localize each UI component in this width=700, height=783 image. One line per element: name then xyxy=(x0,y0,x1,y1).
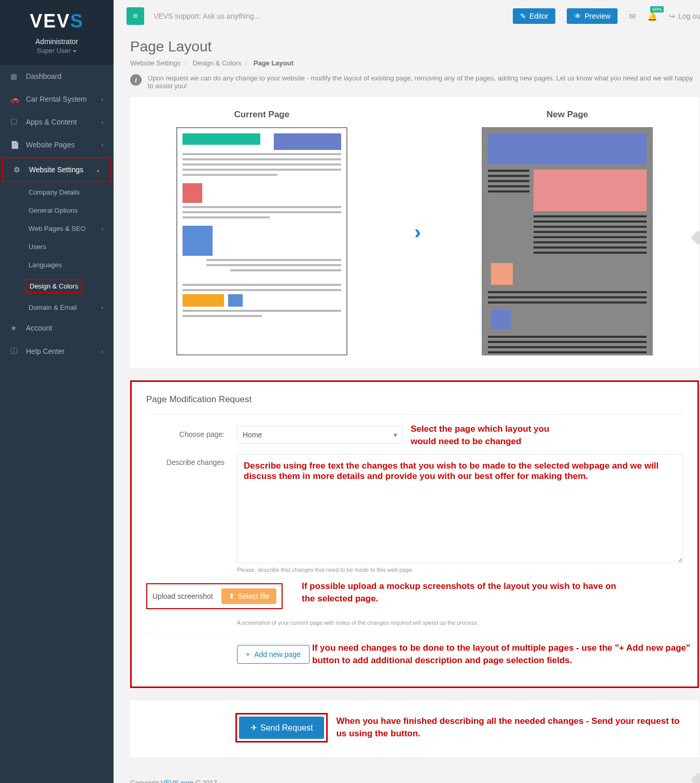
current-page-mockup xyxy=(176,127,347,355)
breadcrumb-sep: / xyxy=(246,59,248,67)
mail-icon[interactable]: ✉ xyxy=(629,11,636,21)
star-icon: ★ xyxy=(10,324,21,332)
nav-label: Dashboard xyxy=(26,72,62,80)
send-request-button[interactable]: ✈Send Request xyxy=(239,717,324,739)
logo-prefix: VEV xyxy=(30,10,70,32)
describe-label: Describe changes xyxy=(146,454,237,466)
divider xyxy=(146,633,683,634)
logout-icon: ↪ xyxy=(669,12,675,20)
user-role: Administrator xyxy=(8,37,106,46)
nav-website-pages[interactable]: 📄Website Pages‹ xyxy=(0,133,114,156)
bell-icon[interactable]: 🔔60% xyxy=(647,11,657,21)
choose-page-label: Choose page: xyxy=(146,426,237,438)
subnav-company-details[interactable]: Company Details xyxy=(0,183,114,201)
grid-icon: ▦ xyxy=(10,72,21,80)
choose-page-select[interactable]: Home xyxy=(237,426,403,444)
add-new-page-button[interactable]: +Add new page xyxy=(237,645,310,664)
form-panel: Page Modification Request Choose page: H… xyxy=(130,380,699,688)
nav-car-rental[interactable]: 🚗Car Rental System‹ xyxy=(0,88,114,111)
breadcrumb-sep: / xyxy=(185,59,187,67)
info-box: i Upon request we can do any change to y… xyxy=(114,67,700,97)
button-label: Preview xyxy=(584,12,610,20)
footer: Copyright VEVS.com © 2017 xyxy=(114,770,700,783)
gear-icon: ⚙ xyxy=(13,166,24,174)
subnav-domain-email[interactable]: Domain & Email‹ xyxy=(0,298,114,317)
logout-link[interactable]: ↪Log out xyxy=(669,12,700,20)
footer-year: © 2017 xyxy=(193,779,217,783)
chevron-left-icon: ‹ xyxy=(102,119,103,125)
nav-apps-content[interactable]: 🖵Apps & Content‹ xyxy=(0,111,114,133)
select-file-button[interactable]: ⬆Select file xyxy=(221,588,277,604)
search-input[interactable]: VEVS support: Ask us anything... xyxy=(153,12,260,20)
subnav-users[interactable]: Users xyxy=(0,238,114,256)
subnav-label: Domain & Email xyxy=(29,304,77,311)
button-label: Select file xyxy=(238,592,270,600)
annotation-add: If you need changes to be done to the la… xyxy=(312,642,696,667)
pencil-icon: ✎ xyxy=(520,12,526,20)
chevron-left-icon: ‹ xyxy=(102,305,103,310)
upload-icon: ⬆ xyxy=(229,592,235,600)
subnav-design-colors[interactable]: Design & Colors xyxy=(0,274,114,298)
footer-link[interactable]: VEVS.com xyxy=(161,779,193,783)
nav-label: Help Center xyxy=(26,347,65,355)
upload-label: Upload screenshot xyxy=(152,592,213,600)
breadcrumb-current: Page Layout xyxy=(254,59,293,67)
upload-help: A screenshot of your current page with n… xyxy=(237,620,683,626)
compare-title: New Page xyxy=(482,109,653,120)
annotation-choose: Select the page which layout you would n… xyxy=(411,423,577,448)
button-label: Add new page xyxy=(254,650,301,658)
topbar: ≡ VEVS support: Ask us anything... ✎Edit… xyxy=(114,0,700,32)
nav-website-settings[interactable]: ⚙Website Settings⌄ xyxy=(3,158,110,181)
select-value: Home xyxy=(243,431,262,439)
page-title: Page Layout xyxy=(130,38,699,55)
hamburger-icon: ≡ xyxy=(133,11,137,21)
eye-icon: 👁 xyxy=(574,12,581,20)
compare-title: Current Page xyxy=(176,109,347,120)
page-icon: 📄 xyxy=(10,141,21,149)
breadcrumb-link[interactable]: Website Settings xyxy=(130,59,180,67)
nav-label: Account xyxy=(26,324,52,332)
current-page-col: Current Page xyxy=(176,109,347,355)
info-text: Upon request we can do any change to you… xyxy=(148,74,699,90)
subnav-languages[interactable]: Languages xyxy=(0,256,114,274)
form-title: Page Modification Request xyxy=(146,394,683,415)
menu-toggle-button[interactable]: ≡ xyxy=(127,7,144,25)
monitor-icon: 🖵 xyxy=(10,118,21,126)
subnav-web-pages-seo[interactable]: Web Pages & SEO‹ xyxy=(0,219,114,238)
notification-badge: 60% xyxy=(650,6,664,12)
send-panel: ✈Send Request When you have finished des… xyxy=(130,700,699,757)
chevron-left-icon: ‹ xyxy=(102,97,103,102)
nav-help-center[interactable]: ⓘHelp Center‹ xyxy=(0,339,114,363)
breadcrumb-link[interactable]: Design & Colors xyxy=(193,59,242,67)
user-type-dropdown[interactable]: Super User xyxy=(8,47,106,54)
footer-handle-icon[interactable] xyxy=(691,773,700,783)
main-nav: ▦Dashboard 🚗Car Rental System‹ 🖵Apps & C… xyxy=(0,65,114,363)
chevron-left-icon: ‹ xyxy=(102,349,103,354)
annotation-send: When you have finished describing all th… xyxy=(336,715,684,740)
info-circle-icon: i xyxy=(130,74,142,86)
panel-handle-icon[interactable] xyxy=(691,230,700,245)
car-icon: 🚗 xyxy=(10,95,21,103)
chevron-left-icon: ‹ xyxy=(102,142,103,148)
send-icon: ✈ xyxy=(250,723,257,733)
topbar-right: ✎Editor 👁Preview ✉ 🔔60% ↪Log out xyxy=(513,8,700,24)
info-icon: ⓘ xyxy=(10,347,21,356)
chevron-left-icon: ‹ xyxy=(102,226,103,231)
logo: VEVS xyxy=(8,10,106,32)
new-page-col: New Page xyxy=(482,109,653,355)
nav-account[interactable]: ★Account xyxy=(0,317,114,339)
editor-button[interactable]: ✎Editor xyxy=(513,8,556,24)
logo-suffix: S xyxy=(71,10,84,32)
describe-textarea[interactable] xyxy=(237,454,683,563)
nav-dashboard[interactable]: ▦Dashboard xyxy=(0,65,114,88)
button-label: Send Request xyxy=(260,723,313,733)
nav-label: Website Pages xyxy=(26,141,75,149)
page-head: Page Layout Website Settings/ Design & C… xyxy=(114,32,700,67)
describe-help: Please, describe that changes that need … xyxy=(237,567,683,573)
breadcrumb: Website Settings/ Design & Colors/ Page … xyxy=(130,59,699,67)
chevron-down-icon: ⌄ xyxy=(96,167,100,173)
subnav-website-settings: Company Details General Options Web Page… xyxy=(0,183,114,317)
subnav-general-options[interactable]: General Options xyxy=(0,201,114,219)
preview-button[interactable]: 👁Preview xyxy=(567,8,618,24)
annotation-upload: If possible upload a mockup screenshots … xyxy=(302,580,618,605)
